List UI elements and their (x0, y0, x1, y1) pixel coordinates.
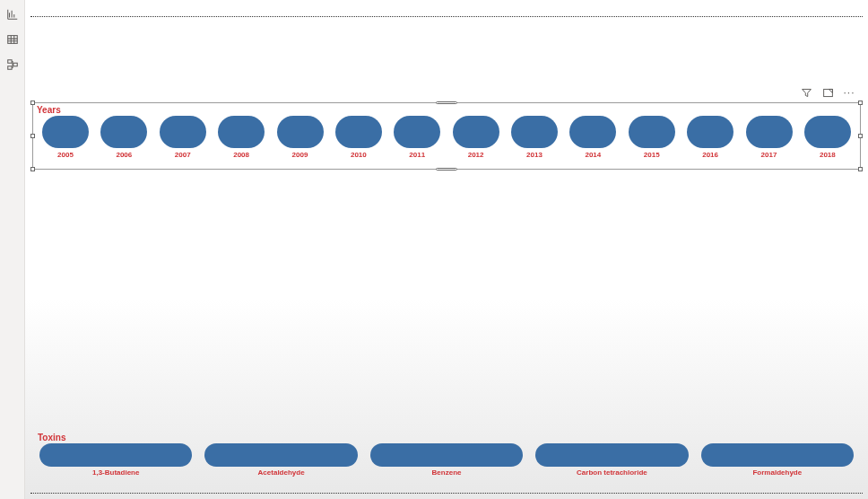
year-label: 2011 (409, 151, 425, 159)
year-slicer-item[interactable]: 2010 (335, 116, 382, 159)
year-slicer-item[interactable]: 2007 (160, 116, 206, 159)
year-slicer-item[interactable]: 2009 (277, 116, 324, 159)
year-slicer-item[interactable]: 2017 (746, 116, 793, 159)
year-slicer-item[interactable]: 2018 (804, 116, 851, 159)
toxin-label: Benzene (432, 468, 462, 477)
page-boundary-top (30, 16, 863, 17)
resize-handle-middle-left[interactable] (30, 134, 35, 138)
toxin-label: Acetaldehyde (258, 468, 305, 477)
year-slicer-item[interactable]: 2011 (394, 116, 440, 159)
resize-handle-bottom-left[interactable] (30, 167, 35, 171)
year-label: 2006 (116, 151, 132, 159)
year-label: 2012 (468, 151, 484, 159)
stacked-bar-chart-icon[interactable] (5, 7, 20, 22)
resize-handle-bottom-right[interactable] (858, 167, 863, 171)
year-label: 2009 (292, 151, 308, 159)
toxin-slicer-item[interactable]: Formaldehyde (701, 443, 854, 483)
filter-icon[interactable] (800, 86, 812, 99)
toxin-slicer-item[interactable]: Benzene (370, 443, 523, 483)
year-pill-icon (687, 116, 733, 148)
year-slicer-item[interactable]: 2013 (511, 116, 558, 159)
toxin-slicer-item[interactable]: Acetaldehyde (204, 443, 357, 483)
year-pill-icon (629, 116, 675, 148)
year-pill-icon (160, 116, 206, 148)
toxin-label: 1,3-Butadiene (92, 468, 139, 477)
svg-rect-2 (13, 63, 16, 66)
more-options-icon[interactable]: ··· (843, 86, 855, 99)
year-label: 2007 (175, 151, 191, 159)
resize-handle-top-left[interactable] (30, 101, 35, 105)
years-slicer-visual[interactable]: Years 2005200620072008200920102011201220… (32, 102, 861, 170)
year-pill-icon (804, 116, 851, 148)
toxin-label: Carbon tetrachloride (577, 468, 647, 477)
toxin-pill-icon (701, 443, 854, 467)
year-slicer-item[interactable]: 2015 (629, 116, 675, 159)
toxin-pill-icon (535, 443, 688, 467)
toxin-slicer-item[interactable]: 1,3-Butadiene (39, 443, 192, 483)
toxins-slicer-items: 1,3-ButadieneAcetaldehydeBenzeneCarbon t… (39, 443, 854, 483)
visual-header-toolbar: ··· (800, 86, 855, 99)
resize-handle-top-right[interactable] (858, 101, 863, 105)
year-label: 2014 (585, 151, 601, 159)
report-canvas[interactable]: ··· Years 200520062007200820092010201120… (25, 0, 868, 499)
year-pill-icon (511, 116, 558, 148)
year-slicer-item[interactable]: 2008 (218, 116, 265, 159)
year-label: 2015 (644, 151, 660, 159)
year-slicer-item[interactable]: 2006 (100, 116, 147, 159)
year-pill-icon (569, 116, 616, 148)
model-view-icon[interactable] (5, 57, 20, 72)
year-pill-icon (42, 116, 89, 148)
toxin-slicer-item[interactable]: Carbon tetrachloride (535, 443, 688, 483)
year-pill-icon (218, 116, 265, 148)
view-tool-rail (0, 0, 25, 499)
years-slicer-items: 2005200620072008200920102011201220132014… (42, 116, 851, 167)
year-pill-icon (746, 116, 793, 148)
resize-handle-top-center[interactable] (436, 101, 457, 104)
year-label: 2016 (702, 151, 718, 159)
svg-rect-1 (7, 60, 11, 64)
year-label: 2008 (233, 151, 249, 159)
svg-rect-3 (7, 66, 11, 70)
year-pill-icon (335, 116, 382, 148)
svg-rect-0 (7, 36, 17, 44)
year-label: 2018 (820, 151, 836, 159)
year-label: 2013 (526, 151, 542, 159)
year-slicer-item[interactable]: 2005 (42, 116, 89, 159)
year-label: 2017 (761, 151, 777, 159)
year-pill-icon (100, 116, 147, 148)
svg-rect-4 (823, 89, 832, 96)
focus-mode-icon[interactable] (821, 86, 834, 99)
years-slicer-title: Years (37, 105, 61, 115)
toxin-pill-icon (204, 443, 357, 467)
year-pill-icon (277, 116, 324, 148)
table-view-icon[interactable] (5, 32, 20, 47)
year-pill-icon (453, 116, 499, 148)
year-slicer-item[interactable]: 2012 (453, 116, 499, 159)
toxins-slicer-title: Toxins (38, 433, 65, 442)
resize-handle-bottom-center[interactable] (436, 168, 457, 171)
toxin-pill-icon (370, 443, 523, 467)
year-label: 2005 (57, 151, 74, 159)
page-boundary-bottom (30, 493, 863, 494)
toxins-slicer-visual[interactable]: Toxins 1,3-ButadieneAcetaldehydeBenzeneC… (34, 431, 859, 483)
year-slicer-item[interactable]: 2016 (687, 116, 733, 159)
year-pill-icon (394, 116, 440, 148)
year-label: 2010 (351, 151, 367, 159)
toxin-label: Formaldehyde (752, 468, 802, 477)
year-slicer-item[interactable]: 2014 (569, 116, 616, 159)
resize-handle-middle-right[interactable] (858, 134, 863, 138)
toxin-pill-icon (39, 443, 192, 467)
